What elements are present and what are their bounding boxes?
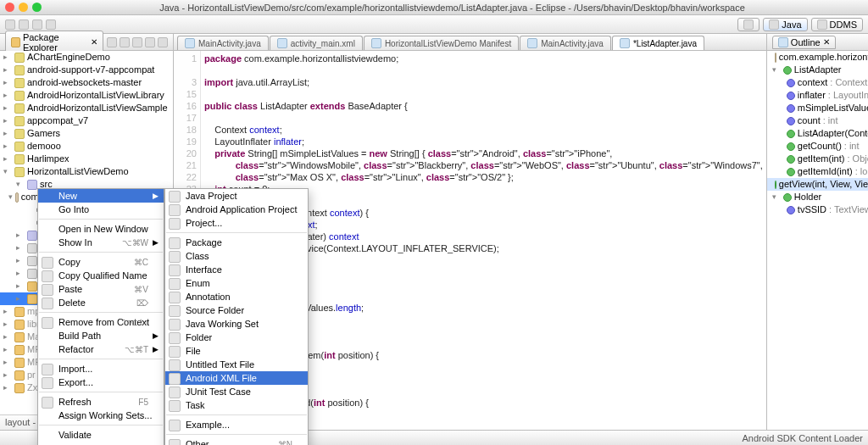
outline-member[interactable]: getItem(int) : Object	[767, 153, 868, 165]
menu-item[interactable]: New▶	[38, 189, 164, 203]
outline-class[interactable]: ▾Holder	[767, 191, 868, 203]
menu-item[interactable]: Folder	[165, 331, 308, 344]
outline-class[interactable]: ▾ListAdapter	[767, 64, 868, 76]
menu-item[interactable]: Show In⌥⌘W▶	[38, 236, 164, 249]
menu-item[interactable]: Assign Working Sets...	[38, 409, 164, 422]
menu-item[interactable]: Android Application Project	[165, 203, 308, 216]
editor-tab[interactable]: MainActivity.java	[177, 36, 269, 50]
menu-item[interactable]: Interface	[165, 263, 308, 276]
new-submenu[interactable]: Java ProjectAndroid Application ProjectP…	[164, 188, 309, 445]
zoom-icon[interactable]	[32, 3, 42, 12]
menu-item[interactable]: Java Working Set	[165, 317, 308, 331]
menu-item-icon	[169, 204, 181, 216]
menu-item[interactable]: Task	[165, 398, 308, 412]
open-perspective-button[interactable]	[737, 18, 760, 31]
outline-tab[interactable]: Outline ✕	[772, 36, 836, 49]
menu-item[interactable]: Java Project	[165, 189, 308, 203]
maximize-view-icon[interactable]	[158, 37, 168, 47]
menu-item[interactable]: Import...	[38, 362, 164, 375]
menu-item-icon	[169, 359, 181, 371]
menu-item[interactable]: Go Into	[38, 203, 164, 216]
ddms-perspective-button[interactable]: DDMS	[811, 18, 863, 31]
menu-item[interactable]: Enum	[165, 276, 308, 290]
menu-item[interactable]: Example...	[165, 418, 308, 431]
view-menu-icon[interactable]	[132, 37, 142, 47]
main-toolbar: Java DDMS	[0, 15, 868, 34]
outline-package[interactable]: com.example.horizontallistviewdemo	[767, 51, 868, 64]
outline-member[interactable]: getCount() : int	[767, 140, 868, 153]
package-explorer-icon	[11, 37, 20, 47]
project-item[interactable]: ▸android-support-v7-appcompat	[0, 64, 173, 76]
menu-item[interactable]: Class	[165, 249, 308, 263]
project-item[interactable]: ▸android-websockets-master	[0, 76, 173, 89]
menu-item[interactable]: Project...	[165, 216, 308, 230]
debug-icon[interactable]	[32, 19, 42, 30]
context-menu[interactable]: New▶Go IntoOpen in New WindowShow In⌥⌘W▶…	[37, 188, 164, 445]
menu-item[interactable]: Refactor⌥⌘T▶	[38, 342, 164, 356]
java-perspective-button[interactable]: Java	[763, 18, 807, 31]
new-icon[interactable]	[5, 19, 15, 30]
menu-item[interactable]: Paste⌘V	[38, 282, 164, 296]
project-item[interactable]: ▸Harlimpex	[0, 153, 173, 165]
menu-item[interactable]: Android XML File	[165, 371, 308, 385]
menu-item[interactable]: Delete⌦	[38, 296, 164, 309]
menu-item[interactable]: Copy Qualified Name	[38, 269, 164, 282]
menu-item[interactable]: JUnit Test Case	[165, 385, 308, 398]
menu-item[interactable]: Open in New Window	[38, 222, 164, 236]
outline-tree[interactable]: com.example.horizontallistviewdemo▾ListA…	[767, 51, 868, 430]
java-icon	[769, 19, 779, 30]
menu-item[interactable]: Annotation	[165, 290, 308, 303]
save-icon[interactable]	[19, 19, 29, 30]
menu-item[interactable]: Remove from Context⌃⌥⇧↓	[38, 315, 164, 329]
project-item[interactable]: ▸appcompat_v7	[0, 114, 173, 127]
menu-item[interactable]: Export...	[38, 375, 164, 389]
menu-item[interactable]: Build Path▶	[38, 329, 164, 342]
window-controls[interactable]	[5, 3, 42, 12]
window-title: Java - HorizontalListViewDemo/src/com/ex…	[42, 3, 863, 13]
project-item[interactable]: ▸demooo	[0, 140, 173, 153]
editor-tab[interactable]: activity_main.xml	[270, 36, 363, 50]
outline-member[interactable]: mSimpleListValues : String[]	[767, 102, 868, 114]
editor-tabbar[interactable]: MainActivity.javaactivity_main.xmlHorizo…	[174, 34, 766, 51]
collapse-all-icon[interactable]	[107, 37, 117, 47]
minimize-icon[interactable]	[19, 3, 28, 12]
menu-item[interactable]: Source Folder	[165, 303, 308, 317]
project-item[interactable]: ▸AndroidHorizontalListViewSample	[0, 102, 173, 114]
menu-item[interactable]: Untitled Text File	[165, 358, 308, 371]
menu-item-icon	[169, 278, 181, 290]
outline-header: Outline ✕	[767, 34, 868, 51]
outline-member[interactable]: count : int	[767, 114, 868, 127]
menu-item-icon	[169, 191, 181, 203]
menu-item[interactable]: Validate	[38, 428, 164, 442]
project-item[interactable]: ▸AChartEngineDemo	[0, 51, 173, 64]
outline-member[interactable]: context : Context	[767, 76, 868, 89]
project-item[interactable]: ▸AndroidHorizontalListViewLibrary	[0, 89, 173, 102]
menu-item[interactable]: RefreshF5	[38, 395, 164, 409]
menu-item[interactable]: Package	[165, 236, 308, 249]
editor-tab[interactable]: HorizontalListViewDemo Manifest	[364, 36, 519, 50]
menu-item[interactable]: File	[165, 344, 308, 358]
menu-item-icon	[42, 364, 53, 375]
outline-member[interactable]: ListAdapter(Context)	[767, 127, 868, 140]
run-icon[interactable]	[46, 19, 56, 30]
menu-item-icon	[42, 397, 53, 409]
close-icon[interactable]	[5, 3, 14, 12]
outline-member[interactable]: getView(int, View, ViewGroup) : View	[767, 178, 868, 191]
outline-member[interactable]: tvSSID : TextView	[767, 203, 868, 216]
project-item[interactable]: ▾HorizontalListViewDemo	[0, 165, 173, 178]
file-icon	[185, 38, 195, 48]
link-editor-icon[interactable]	[120, 37, 130, 47]
menu-item[interactable]: Copy⌘C	[38, 255, 164, 269]
menu-item-icon	[169, 319, 181, 331]
minimize-view-icon[interactable]	[145, 37, 155, 47]
outline-member[interactable]: inflater : LayoutInflater	[767, 89, 868, 102]
outline-member[interactable]: getItemId(int) : long	[767, 165, 868, 178]
menu-item[interactable]: Profile As▶	[38, 442, 164, 445]
menu-item[interactable]: Other...⌘N	[165, 437, 308, 445]
project-item[interactable]: ▸Gamers	[0, 127, 173, 140]
menu-item-icon	[169, 237, 181, 249]
menu-item-icon	[42, 257, 53, 269]
editor-tab[interactable]: *ListAdapter.java	[612, 36, 704, 50]
editor-tab[interactable]: MainActivity.java	[520, 36, 611, 50]
status-message: Android SDK Content Loader	[743, 433, 863, 443]
